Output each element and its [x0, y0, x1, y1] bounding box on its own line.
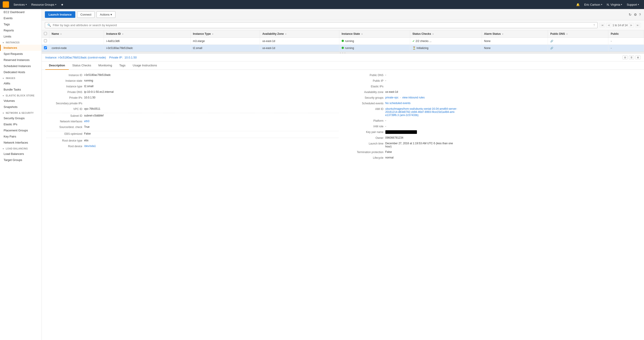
view-inbound-rules-link[interactable]: view inbound rules [402, 96, 424, 99]
sidebar-item-reserved-instances[interactable]: Reserved Instances [0, 57, 42, 63]
status-running-icon [342, 40, 344, 42]
eth0-link[interactable]: eth0 [84, 120, 89, 123]
scheduled-events-link[interactable]: No scheduled events [385, 102, 410, 105]
security-group-link[interactable]: private-vpc [385, 96, 399, 99]
sidebar-item-scheduled-instances[interactable]: Scheduled Instances [0, 63, 42, 69]
row-checkbox-0[interactable] [44, 39, 47, 42]
detail-instance-id-link[interactable]: i-0c5180ac76b519adc (control-node) [58, 56, 106, 59]
resource-groups-chevron: ▾ [55, 4, 56, 6]
cell-public-dns-0: 🔗 [548, 38, 608, 45]
cell-instance-type-0: m3.xlarge [190, 38, 260, 45]
sidebar-item-ec2-dashboard[interactable]: EC2 Dashboard [0, 9, 42, 15]
desc-value-network-interfaces[interactable]: eth0 [84, 120, 89, 123]
tab-monitoring[interactable]: Monitoring [95, 61, 116, 70]
star-icon: ★ [61, 3, 64, 6]
pagination-first-button[interactable]: |◀ [599, 23, 605, 27]
table-row[interactable]: control-nodei-0c5180ac76b519adct2.smallu… [42, 45, 644, 52]
sidebar-item-events[interactable]: Events [0, 15, 42, 21]
col-instance-id[interactable]: Instance ID ▾ [104, 30, 190, 38]
sidebar-item-reports[interactable]: Reports [0, 27, 42, 33]
region-nav[interactable]: N. Virginia ▾ [604, 0, 624, 9]
desc-label-availability-zone: Availability zone [348, 90, 384, 94]
services-nav[interactable]: Services ▾ [11, 0, 29, 9]
desc-value-scheduled-events[interactable]: No scheduled events [385, 102, 410, 105]
col-status-checks[interactable]: Status Checks ▾ [410, 30, 482, 38]
table-row[interactable]: i-4a91c3d6m3.xlargeus-east-1drunning✔2/2… [42, 38, 644, 45]
row-checkbox-1[interactable] [44, 46, 47, 49]
sidebar-item-elastic-ips[interactable]: Elastic IPs [0, 121, 42, 127]
tab-description[interactable]: Description [45, 61, 69, 70]
col-name[interactable]: Name ▾ [50, 30, 104, 38]
col-alarm-status[interactable]: Alarm Status ▾ [482, 30, 548, 38]
actions-chevron: ▾ [110, 13, 112, 16]
ami-id-link[interactable]: ubuntu/images/hvm-ssd/ubuntu-xenial-16.0… [385, 107, 457, 117]
sidebar-item-limits[interactable]: Limits [0, 33, 42, 40]
desc-value-instance-state: running [84, 79, 93, 82]
sidebar-item-dedicated-hosts[interactable]: Dedicated Hosts [0, 69, 42, 75]
view-split-icon[interactable]: ⊟ [622, 56, 628, 59]
select-all-header[interactable] [42, 30, 50, 38]
desc-value-ami-id[interactable]: ubuntu/images/hvm-ssd/ubuntu-xenial-16.0… [385, 107, 458, 117]
user-nav[interactable]: Eric Carlson ▾ [582, 0, 604, 9]
root-device-link[interactable]: /dev/sda1 [84, 144, 96, 148]
favorites-nav[interactable]: ★ [59, 0, 66, 9]
pagination-next-button[interactable]: ▶ [629, 23, 634, 27]
connect-button[interactable]: Connect [77, 11, 95, 18]
sidebar-item-tags[interactable]: Tags [0, 21, 42, 27]
refresh-icon[interactable]: ↻ [629, 13, 632, 17]
resize-handle[interactable]: • • • [42, 52, 644, 54]
launch-instance-button[interactable]: Launch Instance [45, 11, 75, 18]
view-horizontal-icon[interactable]: ☰ [629, 56, 634, 59]
dns-copy-icon[interactable]: 🔗 [550, 47, 553, 49]
col-availability-zone[interactable]: Availability Zone ▾ [260, 30, 339, 38]
dns-copy-icon[interactable]: 🔗 [550, 40, 553, 43]
desc-value-root-device[interactable]: /dev/sda1 [84, 144, 96, 148]
sidebar-item-key-pairs[interactable]: Key Pairs [0, 133, 42, 139]
pagination-prev-button[interactable]: ◀ [606, 23, 611, 27]
desc-label-iam-role: IAM role [348, 125, 384, 128]
sidebar-item-load-balancers[interactable]: Load Balancers [0, 151, 42, 157]
desc-row-termination-protection: Termination protection False [348, 150, 640, 154]
sidebar-item-placement-groups[interactable]: Placement Groups [0, 127, 42, 133]
support-nav[interactable]: Support ▾ [624, 0, 641, 9]
sidebar-item-bundle-tasks[interactable]: Bundle Tasks [0, 86, 42, 93]
sidebar-item-snapshots[interactable]: Snapshots [0, 104, 42, 110]
settings-icon[interactable]: ⚙ [634, 13, 637, 17]
actions-button[interactable]: Actions ▾ [96, 11, 116, 18]
user-label: Eric Carlson [584, 3, 600, 6]
desc-label-instance-state: Instance state [46, 79, 82, 82]
aws-logo[interactable] [3, 1, 9, 8]
tab-status-checks[interactable]: Status Checks [69, 61, 95, 70]
desc-row-instance-id: Instance ID i-0c5180ac76b519adc [46, 73, 338, 77]
pagination-last-button[interactable]: ▶| [635, 23, 641, 27]
detail-header: Instance: i-0c5180ac76b519adc (control-n… [42, 54, 644, 61]
desc-row-lifecycle: Lifecycle normal [348, 156, 640, 159]
view-fullscreen-icon[interactable]: ⊞ [636, 56, 640, 59]
sidebar-item-instances[interactable]: Instances [0, 45, 42, 51]
sidebar-item-volumes[interactable]: Volumes [0, 98, 42, 104]
desc-value-launch-time: December 27, 2016 at 1:19:53 AM UTC-5 (l… [385, 142, 458, 148]
col-public[interactable]: Public [608, 30, 644, 38]
desc-row-elastic-ips: Elastic IPs [348, 85, 640, 88]
sidebar-item-security-groups[interactable]: Security Groups [0, 115, 42, 121]
col-instance-state[interactable]: Instance State ▾ [339, 30, 410, 38]
tab-tags[interactable]: Tags [116, 61, 129, 70]
select-all-checkbox[interactable] [44, 32, 47, 35]
search-input[interactable] [53, 24, 592, 27]
sidebar-item-target-groups[interactable]: Target Groups [0, 157, 42, 163]
sidebar-item-network-interfaces[interactable]: Network Interfaces [0, 139, 42, 146]
search-help-icon[interactable]: ? [593, 24, 595, 27]
sidebar-item-spot-requests[interactable]: Spot Requests [0, 51, 42, 57]
col-public-dns[interactable]: Public DNS ▾ [548, 30, 608, 38]
resource-groups-label: Resource Groups [31, 3, 54, 6]
tab-usage-instructions[interactable]: Usage Instructions [129, 61, 161, 70]
col-instance-type[interactable]: Instance Type ▾ [190, 30, 260, 38]
bell-nav[interactable]: 🔔 [574, 0, 582, 9]
sidebar-item-amis[interactable]: AMIs [0, 80, 42, 86]
help-icon[interactable]: ? [639, 13, 641, 17]
desc-row-public-ip: Public IP - [348, 79, 640, 82]
resource-groups-nav[interactable]: Resource Groups ▾ [29, 0, 59, 9]
top-navigation: Services ▾ Resource Groups ▾ ★ 🔔 Eric Ca… [0, 0, 644, 9]
desc-value-vpc-id: vpc-76fc0511 [84, 107, 100, 110]
desc-value-availability-zone: us-east-1d [385, 90, 398, 93]
